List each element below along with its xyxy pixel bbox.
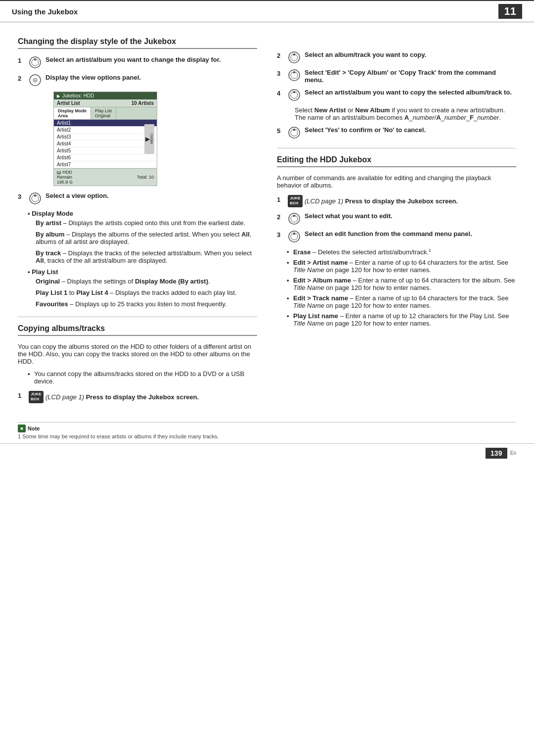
display-panel-rows: Artist1 Artist2 Artist3 Artist4 Artist5 …	[54, 120, 157, 168]
knob-icon-copy-4	[288, 89, 301, 101]
display-panel-row-2: Artist3	[54, 134, 157, 141]
display-panel-footer: 🖴 HDD Remain 195.8 G Total: 10	[54, 168, 157, 186]
page-number: 139	[486, 448, 507, 459]
main-content: Changing the display style of the Jukebo…	[0, 22, 534, 418]
edit-bullet-erase: • Erase – Deletes the selected artist/al…	[287, 248, 516, 256]
copy-step-2-text: Select an album/track you want to copy.	[305, 51, 516, 58]
edit-bullet-track: • Edit > Track name – Enter a name of up…	[287, 294, 516, 309]
edit-bullet-playlist-text: Play List name – Enter a name of up to 1…	[293, 312, 516, 327]
section-heading-copying: Copying albums/tracks	[18, 324, 257, 336]
display-panel-remain-val: 195.8 G	[57, 180, 73, 185]
section-changing-display: Changing the display style of the Jukebo…	[18, 37, 257, 308]
by-track-text: By track – Displays the tracks of the se…	[36, 249, 257, 264]
display-panel-hdd: 🖴 HDD	[57, 170, 73, 175]
step-1-row: 1 Select an artist/album you want to cha…	[18, 56, 257, 69]
edit-step-3-row: 3 Select an edit function from the comma…	[277, 230, 516, 243]
display-panel-row-1: Artist2	[54, 127, 157, 134]
knob-icon-edit-3	[288, 230, 301, 243]
edit-step-1-content: JUKEBOX (LCD page 1) Press to display th…	[288, 195, 516, 207]
edit-bullet-artist: • Edit > Artist name – Enter a name of u…	[287, 259, 516, 274]
copying-step-1-row: 1 JUKEBOX (LCD page 1) Press to display …	[18, 391, 257, 403]
copy-step-5-num: 5	[277, 126, 284, 135]
display-panel-col2: 10 Artists	[132, 100, 154, 106]
copy-step-5-row: 5 Select 'Yes' to confirm or 'No' to can…	[277, 126, 516, 139]
edit-bullet-erase-text: Erase – Deletes the selected artist/albu…	[293, 248, 431, 256]
edit-step-1-row: 1 JUKEBOX (LCD page 1) Press to display …	[277, 195, 516, 207]
step-3-text: Select a view option.	[45, 192, 257, 199]
note-label: ■ Note	[18, 425, 40, 432]
step-2-num: 2	[18, 74, 25, 82]
knob-icon-copy-5	[288, 126, 301, 139]
display-panel-tab-display[interactable]: Display ModeArea	[54, 107, 91, 119]
copying-bullet-1-text: You cannot copy the albums/tracks stored…	[34, 370, 257, 385]
display-panel-row-4: Artist5	[54, 147, 157, 154]
display-panel-row-0: Artist1	[54, 120, 157, 127]
display-panel-row-3: Artist4	[54, 141, 157, 147]
favourites-text: Favourites – Displays up to 25 tracks yo…	[36, 300, 257, 308]
copy-step-4-num: 4	[277, 89, 284, 97]
display-panel-title: Jukebox: HDD	[62, 93, 94, 98]
edit-step-1-num: 1	[277, 195, 284, 203]
header-bar: Using the Jukebox 11	[0, 0, 534, 22]
separator-1	[18, 317, 257, 317]
step-1-num: 1	[18, 56, 25, 64]
edit-bullet-track-text: Edit > Track name – Enter a name of up t…	[293, 294, 516, 309]
edit-step-2-num: 2	[277, 212, 284, 221]
editing-intro: A number of commands are available for e…	[277, 174, 516, 189]
section-editing: Editing the HDD Jukebox A number of comm…	[277, 155, 516, 327]
display-panel-tabs: Display ModeArea Play ListOriginal	[54, 107, 157, 120]
left-column: Changing the display style of the Jukebo…	[18, 37, 257, 408]
section-copying-cont: 2 Select an album/track you want to copy…	[277, 51, 516, 139]
step-1-text: Select an artist/album you want to chang…	[45, 56, 257, 63]
jukebox-lcd-icon-right: JUKEBOX	[288, 195, 303, 207]
edit-step-3-num: 3	[277, 230, 284, 238]
note-icon: ■	[18, 425, 26, 432]
display-panel-titlebar: ▶ Jukebox: HDD	[54, 92, 157, 99]
display-panel-row-6: Artist7	[54, 161, 157, 168]
copy-step-3-row: 3 Select 'Edit' > 'Copy Album' or 'Copy …	[277, 69, 516, 84]
copy-step-3-text: Select 'Edit' > 'Copy Album' or 'Copy Tr…	[305, 69, 516, 84]
note-block: ■ Note 1 Some time may be required to er…	[18, 422, 516, 439]
display-panel: ▶ Jukebox: HDD Artist List 10 Artists Di…	[53, 92, 157, 186]
knob-icon-step3	[29, 192, 42, 205]
copy-step-2-row: 2 Select an album/track you want to copy…	[277, 51, 516, 64]
page-title: Using the Jukebox	[12, 7, 78, 16]
display-panel-container: ▶ Jukebox: HDD Artist List 10 Artists Di…	[36, 92, 143, 186]
knob-icon-copy-2	[288, 51, 301, 64]
display-panel-header: Artist List 10 Artists	[54, 99, 157, 107]
display-panel-col1: Artist List	[57, 100, 80, 106]
footer: 139 En	[0, 443, 534, 463]
display-panel-remain: Remain	[57, 175, 73, 180]
edit-bullet-artist-text: Edit > Artist name – Enter a name of up …	[293, 259, 516, 274]
edit-step-2-row: 2 Select what you want to edit.	[277, 212, 516, 225]
copy-step-4-text: Select an artist/album you want to copy …	[305, 89, 516, 96]
edit-bullet-album-text: Edit > Album name – Enter a name of up t…	[293, 277, 516, 291]
display-panel-tab-playlist[interactable]: Play ListOriginal	[91, 107, 116, 119]
by-album-text: By album – Displays the albums of the se…	[36, 231, 257, 245]
separator-2	[277, 148, 516, 148]
display-panel-total: Total: 10	[137, 175, 154, 180]
edit-step-3-text: Select an edit function from the command…	[305, 230, 516, 237]
edit-step-2-text: Select what you want to edit.	[305, 212, 516, 220]
step-2-text: Display the view options panel.	[45, 74, 257, 81]
playlist-14-text: Play List 1 to Play List 4 – Displays th…	[36, 289, 257, 296]
copying-step-1-text: (LCD page 1) Press to display the Jukebo…	[45, 393, 257, 401]
menu-arrow: ▶MENU	[144, 124, 154, 154]
svg-point-5	[35, 80, 36, 81]
copying-step-1-content: JUKEBOX (LCD page 1) Press to display th…	[29, 391, 257, 403]
play-list-heading: Play List	[28, 268, 257, 276]
step-3-num: 3	[18, 192, 25, 200]
page: Using the Jukebox 11 Changing the displa…	[0, 0, 534, 756]
copy-step-3-num: 3	[277, 69, 284, 77]
copy-step-4-row: 4 Select an artist/album you want to cop…	[277, 89, 516, 101]
section-heading-editing: Editing the HDD Jukebox	[277, 155, 516, 167]
section-copying: Copying albums/tracks You can copy the a…	[18, 324, 257, 403]
jukebox-lcd-icon-left: JUKEBOX	[29, 391, 44, 403]
by-artist-text: By artist – Displays the artists copied …	[36, 219, 257, 227]
edit-step-1-text: (LCD page 1) Press to display the Jukebo…	[305, 197, 516, 205]
footer-lang: En	[510, 450, 516, 456]
edit-bullet-playlist: • Play List name – Enter a name of up to…	[287, 312, 516, 327]
display-mode-heading: Display Mode	[28, 210, 257, 217]
display-panel-row-5: Artist6	[54, 154, 157, 161]
disc-icon-step2	[29, 74, 42, 87]
